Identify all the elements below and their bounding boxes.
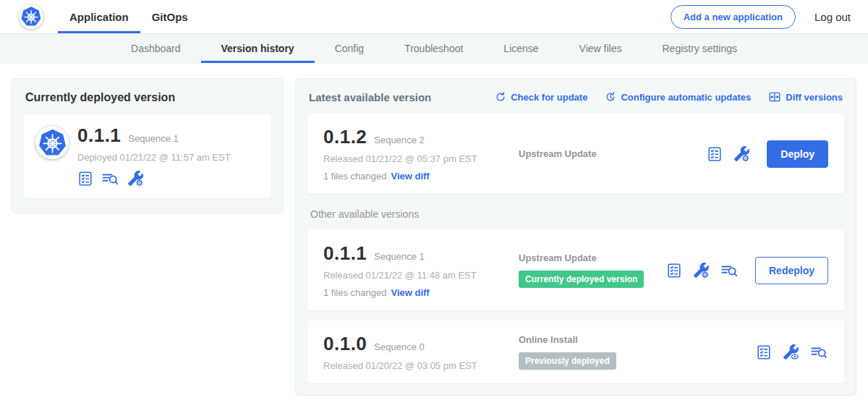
currently-deployed-badge: Currently deployed version [519, 271, 644, 288]
top-header: Application GitOps Add a new application… [0, 0, 868, 34]
deployed-date: Deployed 01/21/22 @ 11:57 am EST [77, 152, 231, 163]
currently-deployed-panel: Currently deployed version 0.1.1 Sequenc… [12, 78, 284, 213]
sequence-label: Sequence 2 [374, 135, 424, 145]
kubernetes-logo [19, 4, 43, 29]
version-card-0-1-0: 0.1.0 Sequence 0 Released 01/20/22 @ 03:… [307, 320, 844, 383]
view-files-icon[interactable] [101, 171, 119, 187]
subnav-dashboard[interactable]: Dashboard [111, 34, 201, 63]
version-source: Online Install [519, 334, 756, 345]
subnav-license[interactable]: License [483, 34, 558, 63]
preflight-checklist-icon[interactable] [77, 171, 93, 187]
released-date: Released 01/21/22 @ 05:37 pm EST [323, 153, 504, 164]
redeploy-button[interactable]: Redeploy [755, 257, 828, 284]
files-changed: 1 files changedView diff [323, 171, 504, 182]
sequence-label: Sequence 1 [374, 251, 424, 262]
latest-available-title: Latest available version [309, 91, 431, 103]
configure-automatic-updates-link[interactable]: Configure automatic updates [605, 91, 751, 103]
deployed-version-info: 0.1.1 Sequence 1 Deployed 01/21/22 @ 11:… [77, 124, 231, 187]
version-number: 0.1.1 [323, 242, 367, 265]
deploy-button[interactable]: Deploy [767, 140, 828, 168]
preflight-checklist-icon[interactable] [707, 146, 723, 162]
logout-button[interactable]: Log out [814, 11, 851, 23]
app-subnav: Dashboard Version history Config Trouble… [0, 34, 868, 64]
available-versions-panel: Latest available version Check for updat… [295, 78, 856, 396]
add-application-button[interactable]: Add a new application [671, 5, 796, 29]
version-number: 0.1.0 [323, 333, 367, 355]
released-date: Released 01/20/22 @ 03:05 pm EST [323, 360, 504, 371]
preflight-checklist-icon[interactable] [756, 344, 772, 360]
schedule-icon [605, 91, 616, 103]
header-right: Add a new application Log out [671, 5, 851, 29]
other-versions-title: Other available versions [310, 208, 841, 220]
subnav-config[interactable]: Config [315, 34, 384, 63]
subnav-registry-settings[interactable]: Registry settings [642, 34, 757, 63]
files-changed: 1 files changedView diff [323, 287, 504, 298]
diff-versions-link[interactable]: Diff versions [768, 90, 843, 103]
troubleshoot-wrench-icon[interactable] [783, 344, 799, 360]
version-actions: Check for update Configure automatic upd… [495, 90, 843, 103]
sequence-label: Sequence 0 [374, 341, 424, 352]
view-diff-link[interactable]: View diff [391, 171, 429, 182]
app-logo-icon [35, 126, 69, 159]
released-date: Released 01/21/22 @ 11:48 am EST [323, 270, 504, 281]
refresh-icon [495, 91, 506, 103]
version-card-0-1-2: 0.1.2 Sequence 2 Released 01/21/22 @ 05:… [307, 114, 844, 194]
preflight-checklist-icon[interactable] [666, 263, 682, 279]
deployed-version-number: 0.1.1 [77, 124, 121, 147]
currently-deployed-title: Currently deployed version [25, 91, 270, 104]
check-for-update-link[interactable]: Check for update [495, 91, 587, 103]
version-number: 0.1.2 [323, 126, 367, 148]
troubleshoot-wrench-icon[interactable] [733, 145, 750, 162]
tab-application[interactable]: Application [58, 0, 140, 33]
troubleshoot-wrench-icon[interactable] [127, 170, 144, 187]
header-tabs: Application GitOps [58, 0, 200, 33]
diff-icon [768, 90, 781, 103]
main-content: Currently deployed version 0.1.1 Sequenc… [0, 64, 868, 408]
version-source: Upstream Update [519, 148, 707, 159]
view-diff-link[interactable]: View diff [391, 287, 429, 298]
previously-deployed-badge: Previously deployed [519, 352, 616, 370]
deployed-version-card: 0.1.1 Sequence 1 Deployed 01/21/22 @ 11:… [24, 114, 271, 198]
version-source: Upstream Update [519, 252, 666, 263]
subnav-view-files[interactable]: View files [559, 34, 642, 63]
view-files-icon[interactable] [810, 344, 828, 360]
version-card-0-1-1: 0.1.1 Sequence 1 Released 01/21/22 @ 11:… [307, 230, 844, 310]
deployed-sequence-label: Sequence 1 [128, 133, 178, 144]
subnav-troubleshoot[interactable]: Troubleshoot [384, 34, 483, 63]
subnav-version-history[interactable]: Version history [201, 34, 315, 63]
troubleshoot-wrench-icon[interactable] [693, 262, 710, 279]
view-files-icon[interactable] [720, 263, 739, 279]
tab-gitops[interactable]: GitOps [140, 0, 200, 33]
